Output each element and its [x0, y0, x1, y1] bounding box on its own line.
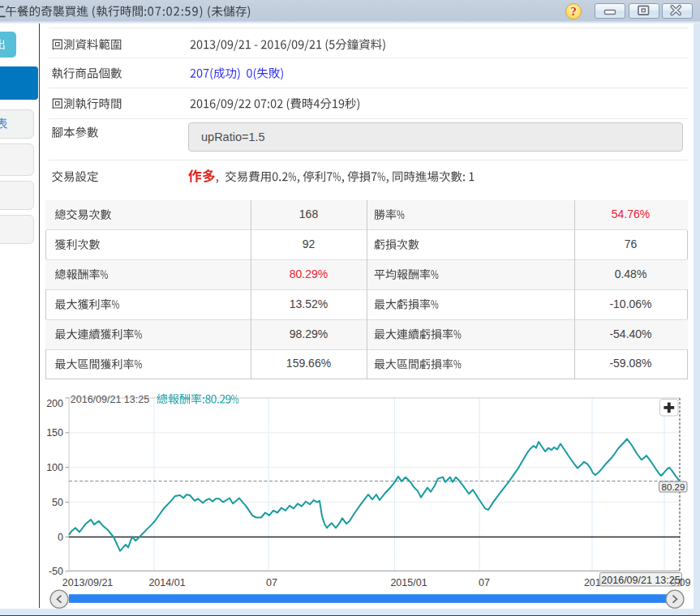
- svg-text:200: 200: [46, 398, 63, 409]
- svg-text:2013/09/21: 2013/09/21: [62, 577, 114, 588]
- svg-text:150: 150: [46, 427, 63, 438]
- svg-text:2015/01: 2015/01: [390, 577, 427, 588]
- svg-text:2014/01: 2014/01: [148, 577, 185, 588]
- svg-text:09: 09: [680, 577, 691, 588]
- svg-text:100: 100: [46, 462, 63, 473]
- svg-text:50: 50: [52, 497, 63, 508]
- svg-text:80.29: 80.29: [662, 482, 685, 492]
- svg-text:-50: -50: [49, 566, 63, 577]
- svg-text:2016/09/21 13:25: 2016/09/21 13:25: [71, 394, 149, 405]
- svg-text:07: 07: [266, 577, 277, 588]
- svg-text:07: 07: [479, 577, 490, 588]
- svg-text:0: 0: [58, 532, 63, 543]
- svg-text:2016/09/21 13:25: 2016/09/21 13:25: [601, 575, 680, 586]
